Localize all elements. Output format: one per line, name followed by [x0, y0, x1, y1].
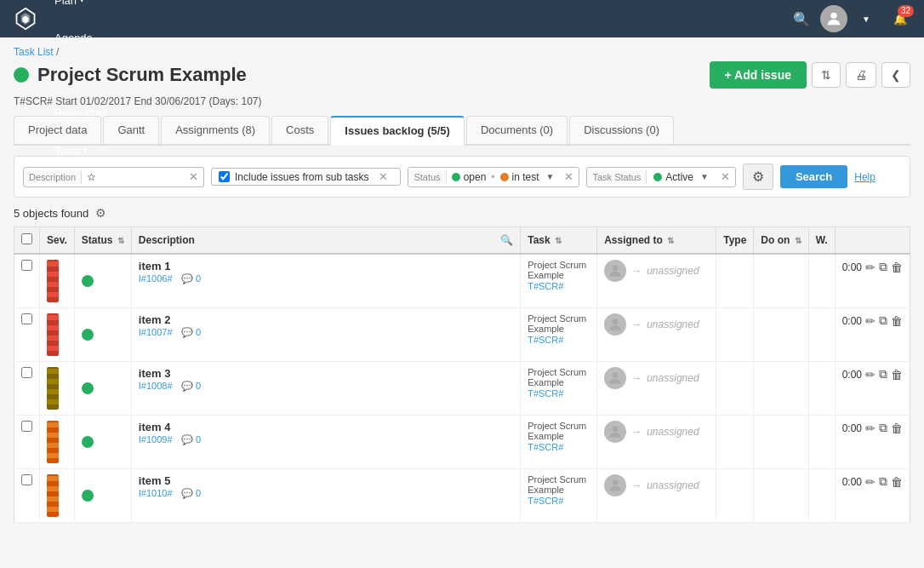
user-avatar[interactable] — [820, 5, 847, 32]
row-task-cell: Project Scrum Example T#SCR# — [521, 254, 597, 308]
delete-icon[interactable]: 🗑 — [891, 368, 903, 382]
issue-ref[interactable]: I#1010# — [139, 488, 173, 498]
row-checkbox-cell — [14, 416, 40, 469]
status-circle — [82, 329, 94, 341]
delete-icon[interactable]: 🗑 — [891, 422, 903, 435]
task-status-value-area[interactable]: Active ▼ — [647, 168, 716, 186]
copy-icon[interactable]: ⧉ — [879, 260, 887, 274]
row-checkbox-cell — [14, 469, 40, 523]
delete-icon[interactable]: 🗑 — [891, 475, 903, 489]
task-status-caret[interactable]: ▼ — [700, 172, 709, 181]
add-issue-button[interactable]: + Add issue — [710, 61, 807, 89]
comment-count[interactable]: 0 — [196, 381, 201, 391]
copy-icon[interactable]: ⧉ — [879, 313, 887, 328]
collapse-button[interactable]: ❮ — [881, 62, 910, 88]
task-status-close[interactable]: ✕ — [716, 169, 735, 185]
issue-ref[interactable]: I#1008# — [139, 381, 173, 391]
issue-ref[interactable]: I#1009# — [139, 434, 173, 445]
intest-status-label: in test — [512, 171, 539, 183]
row-checkbox-4[interactable] — [21, 474, 32, 485]
row-actions-cell: 0:00 ✏ ⧉ 🗑 — [835, 416, 910, 469]
comment-count[interactable]: 0 — [196, 273, 201, 284]
row-checkbox-3[interactable] — [21, 421, 32, 432]
include-subtasks-checkbox[interactable] — [219, 171, 230, 182]
edit-icon[interactable]: ✏ — [865, 422, 876, 435]
task-ref[interactable]: T#SCR# — [528, 335, 563, 345]
copy-icon[interactable]: ⧉ — [879, 474, 887, 489]
sort-button[interactable]: ⇅ — [812, 62, 841, 88]
task-ref[interactable]: T#SCR# — [528, 388, 563, 399]
issues-table: Sev. Status ⇅ Description 🔍 Task ⇅ Assig… — [14, 227, 910, 523]
task-ref[interactable]: T#SCR# — [528, 281, 563, 291]
row-type-cell — [716, 416, 754, 469]
issue-name: item 3 — [139, 367, 171, 380]
th-do-on[interactable]: Do on ⇅ — [754, 227, 808, 255]
task-status-dot — [653, 173, 662, 181]
description-filter-input[interactable] — [82, 168, 184, 186]
nav-item-plan[interactable]: Plan▾ — [43, 0, 131, 19]
unassigned-label: unassigned — [647, 426, 699, 438]
task-ref[interactable]: T#SCR# — [528, 496, 563, 506]
row-w-cell — [808, 416, 835, 469]
issue-ref[interactable]: I#1007# — [139, 327, 173, 337]
help-link[interactable]: Help — [854, 171, 876, 183]
project-meta: T#SCR# Start 01/02/2017 End 30/06/2017 (… — [14, 95, 910, 107]
print-button[interactable]: 🖨 — [846, 62, 876, 88]
th-status[interactable]: Status ⇅ — [74, 227, 131, 255]
row-status-cell — [74, 362, 131, 416]
include-subtasks-close[interactable]: ✕ — [374, 169, 393, 185]
copy-icon[interactable]: ⧉ — [879, 421, 887, 435]
table-row: item 2 I#1007# 💬 0 Project Scrum Example… — [14, 308, 910, 362]
project-status-dot — [14, 67, 29, 83]
comment-count[interactable]: 0 — [196, 488, 201, 498]
select-all-checkbox[interactable] — [21, 233, 32, 244]
search-icon[interactable]: 🔍 — [786, 3, 817, 34]
delete-icon[interactable]: 🗑 — [891, 314, 903, 328]
table-row: item 3 I#1008# 💬 0 Project Scrum Example… — [14, 362, 910, 416]
svg-point-8 — [613, 479, 619, 485]
edit-icon[interactable]: ✏ — [865, 368, 876, 382]
filter-button[interactable]: ⚙ — [743, 164, 773, 190]
description-filter-close[interactable]: ✕ — [184, 169, 203, 185]
tab-documents-0[interactable]: Documents (0) — [466, 116, 568, 144]
th-assigned-to[interactable]: Assigned to ⇅ — [597, 227, 716, 255]
tab-assignments-8[interactable]: Assignments (8) — [161, 116, 270, 144]
comment-icon: 💬 — [181, 273, 193, 284]
tab-issues-backlog-5-5[interactable]: Issues backlog (5/5) — [330, 116, 465, 146]
issues-tbody: item 1 I#1006# 💬 0 Project Scrum Example… — [14, 254, 910, 523]
results-settings-icon[interactable]: ⚙ — [95, 206, 106, 220]
copy-icon[interactable]: ⧉ — [879, 367, 887, 382]
task-name: Project Scrum Example — [528, 421, 590, 441]
include-subtasks-filter[interactable]: Include issues from sub tasks ✕ — [211, 168, 401, 186]
edit-icon[interactable]: ✏ — [865, 475, 876, 489]
tab-gantt[interactable]: Gantt — [103, 116, 159, 144]
tab-costs[interactable]: Costs — [271, 116, 328, 144]
status-options[interactable]: open • in test ▼ — [447, 168, 560, 186]
row-checkbox-0[interactable] — [21, 260, 32, 271]
th-task[interactable]: Task ⇅ — [521, 227, 597, 255]
comment-count[interactable]: 0 — [196, 327, 201, 337]
tab-project-data[interactable]: Project data — [14, 116, 101, 144]
edit-icon[interactable]: ✏ — [865, 314, 876, 328]
row-checkbox-2[interactable] — [21, 367, 32, 378]
status-caret[interactable]: ▼ — [546, 172, 555, 181]
issue-name: item 1 — [139, 260, 171, 273]
delete-icon[interactable]: 🗑 — [891, 261, 903, 274]
tab-discussions-0[interactable]: Discussions (0) — [569, 116, 674, 144]
row-status-cell — [74, 416, 131, 469]
user-dropdown-icon[interactable]: ▼ — [851, 3, 881, 34]
comment-count[interactable]: 0 — [196, 434, 201, 445]
issue-ref[interactable]: I#1006# — [139, 273, 173, 284]
task-status-filter: Task Status Active ▼ ✕ — [586, 167, 735, 187]
edit-icon[interactable]: ✏ — [865, 261, 876, 274]
logo[interactable] — [9, 2, 43, 36]
notifications-button[interactable]: 🔔 32 — [885, 3, 915, 34]
breadcrumb-parent[interactable]: Task List — [14, 46, 54, 58]
description-search-icon[interactable]: 🔍 — [500, 234, 513, 246]
search-button[interactable]: Search — [780, 165, 847, 188]
th-checkbox — [14, 227, 40, 255]
task-ref[interactable]: T#SCR# — [528, 442, 563, 452]
row-checkbox-1[interactable] — [21, 313, 32, 324]
status-filter-close[interactable]: ✕ — [559, 169, 579, 185]
row-type-cell — [716, 469, 754, 523]
